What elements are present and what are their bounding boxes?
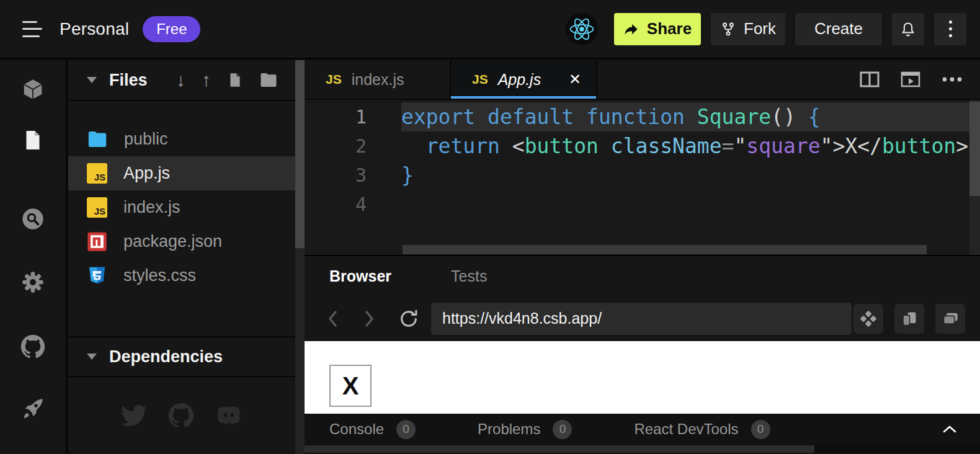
files-panel-scrollbar[interactable] [295,60,305,454]
activity-rail [0,60,67,454]
scrollbar-thumb[interactable] [969,102,980,196]
editor-vscrollbar[interactable] [969,100,980,255]
square-button[interactable]: X [329,365,372,407]
split-view-icon[interactable] [860,71,880,88]
new-folder-icon[interactable] [259,72,278,88]
file-row-public[interactable]: public [68,122,295,156]
preview-toggle-icon[interactable] [901,71,920,88]
sandbox-cube-icon[interactable] [21,78,45,104]
fork-icon [720,21,736,37]
url-input[interactable]: https://vkd4n8.csb.app/ [431,303,852,335]
share-arrow-icon [623,21,639,37]
social-links [68,377,295,454]
file-row-indexjs[interactable]: JS index.js [68,190,295,225]
ellipsis-icon[interactable] [942,76,963,82]
file-explorer-icon[interactable] [22,128,44,154]
scrollbar-thumb[interactable] [295,60,305,248]
new-file-icon[interactable] [227,71,243,89]
open-in-new-window-button[interactable] [894,304,924,334]
code-editor[interactable]: 1 export default function Square() { 2 r… [305,100,980,255]
dependencies-section-header[interactable]: Dependencies [68,337,295,376]
share-button[interactable]: Share [614,13,701,45]
close-tab-icon[interactable]: ✕ [569,71,581,88]
react-logo [566,13,598,45]
fork-button[interactable]: Fork [711,13,785,45]
line-number: 2 [305,131,401,161]
more-options-button[interactable] [934,13,966,45]
scrollbar-thumb[interactable] [305,445,814,453]
refresh-icon[interactable] [395,308,422,329]
file-row-appjs[interactable]: JS App.js [68,156,295,190]
main-area: JS index.js JS App.js ✕ [305,60,980,454]
bell-icon [899,20,917,38]
files-section-title: Files [109,71,148,90]
twitter-icon[interactable] [121,403,147,429]
duplicate-preview-button[interactable] [935,304,965,334]
react-devtools-tab[interactable]: React DevTools 0 [634,420,770,439]
codesandbox-app: Personal Free Share [0,0,980,454]
css-file-icon [87,265,107,286]
download-icon[interactable]: ↓ [176,71,185,89]
top-header: Personal Free Share [0,0,980,59]
back-icon[interactable] [319,308,347,329]
notifications-button[interactable] [892,13,924,45]
code-line: 4 [305,190,980,219]
code-line: 3 } [305,161,980,190]
js-badge: JS [472,72,488,87]
forward-icon[interactable] [355,308,383,329]
file-row-packagejson[interactable]: package.json [68,225,295,259]
count-badge: 0 [396,420,416,439]
bottom-hscrollbar[interactable] [305,445,980,453]
github-icon[interactable] [168,403,194,429]
search-icon[interactable] [20,207,45,234]
responsive-preview-button[interactable] [853,304,883,334]
tab-appjs[interactable]: JS App.js ✕ [451,60,597,99]
kebab-menu-icon [949,20,952,37]
tab-browser[interactable]: Browser [329,267,391,285]
upload-icon[interactable]: ↑ [202,71,211,89]
count-badge: 0 [751,420,770,439]
browser-toolbar: https://vkd4n8.csb.app/ [305,296,980,341]
files-panel: Files ↓ ↑ public JS App.js J [68,60,295,454]
npm-file-icon [87,231,107,252]
js-badge: JS [326,72,342,87]
editor-tab-bar: JS index.js JS App.js ✕ [305,60,980,100]
file-list: public JS App.js JS index.js package.jso… [68,101,295,336]
line-number: 4 [305,190,401,219]
js-file-icon: JS [87,163,107,184]
chevron-down-icon[interactable] [87,77,97,83]
devtools-bar: Console 0 Problems 0 React DevTools 0 [305,414,980,445]
files-section-header[interactable]: Files ↓ ↑ [68,60,295,101]
plan-badge[interactable]: Free [143,16,200,42]
discord-icon[interactable] [215,403,243,429]
code-line: 2 return <button className="square">X</b… [305,131,980,161]
workspace-title[interactable]: Personal [60,19,129,39]
expand-devtools-icon[interactable] [942,424,958,434]
browser-tabs: Browser Tests [305,256,980,296]
chevron-down-icon[interactable] [87,354,97,360]
file-row-stylescss[interactable]: styles.css [68,259,295,293]
create-button[interactable]: Create [795,13,882,45]
line-number: 1 [305,102,401,131]
console-tab[interactable]: Console 0 [329,420,416,439]
code-line: 1 export default function Square() { [305,102,980,131]
settings-gear-icon[interactable] [20,270,45,297]
browser-panel: Browser Tests https://vkd4n8.csb.app/ [305,255,980,454]
tab-tests[interactable]: Tests [451,267,487,285]
count-badge: 0 [553,420,572,439]
tab-indexjs[interactable]: JS index.js [305,60,451,99]
menu-icon[interactable] [22,21,43,37]
line-number: 3 [305,161,401,190]
app-preview: X [305,341,980,414]
editor-hscrollbar-thumb[interactable] [403,245,927,254]
folder-icon [87,130,108,148]
js-file-icon: JS [87,197,107,218]
problems-tab[interactable]: Problems 0 [478,420,572,439]
deploy-rocket-icon[interactable] [20,396,45,424]
github-icon[interactable] [20,334,45,362]
